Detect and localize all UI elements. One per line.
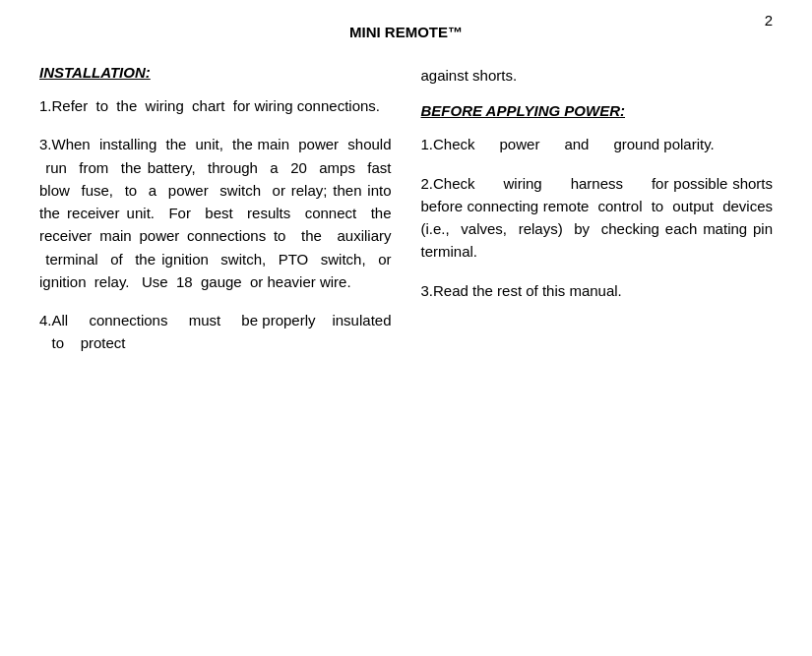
right-paragraph-2: 2.Check wiring harness for possible shor… xyxy=(421,172,774,264)
left-paragraph-3-text: 3.When installing the unit, the main pow… xyxy=(39,136,392,290)
left-paragraph-1-text: 1.Refer to the wiring chart for wiring c… xyxy=(39,97,380,114)
left-paragraph-4: 4.All connections must be properly insul… xyxy=(39,309,392,355)
before-applying-power-heading: BEFORE APPLYING POWER: xyxy=(421,102,774,119)
right-continuation: against shorts. xyxy=(421,64,774,87)
page-title: MINI REMOTE™ xyxy=(39,24,773,40)
right-paragraph-1-text: 1.Check power and ground polarity. xyxy=(421,136,715,152)
right-paragraph-3-text: 3.Read the rest of this manual. xyxy=(421,282,622,299)
left-paragraph-3: 3.When installing the unit, the main pow… xyxy=(39,133,392,293)
installation-heading: INSTALLATION: xyxy=(39,64,392,81)
right-paragraph-1: 1.Check power and ground polarity. xyxy=(421,133,774,155)
page-number: 2 xyxy=(765,12,773,29)
content-columns: INSTALLATION: 1.Refer to the wiring char… xyxy=(39,64,773,371)
left-column: INSTALLATION: 1.Refer to the wiring char… xyxy=(39,64,392,371)
right-paragraph-3: 3.Read the rest of this manual. xyxy=(421,279,774,302)
left-paragraph-4-text: 4.All connections must be properly insul… xyxy=(39,312,392,351)
right-column: against shorts. BEFORE APPLYING POWER: 1… xyxy=(421,64,774,371)
right-paragraph-2-text: 2.Check wiring harness for possible shor… xyxy=(421,175,774,261)
left-paragraph-1: 1.Refer to the wiring chart for wiring c… xyxy=(39,94,392,117)
page: 2 MINI REMOTE™ INSTALLATION: 1.Refer to … xyxy=(0,0,812,656)
